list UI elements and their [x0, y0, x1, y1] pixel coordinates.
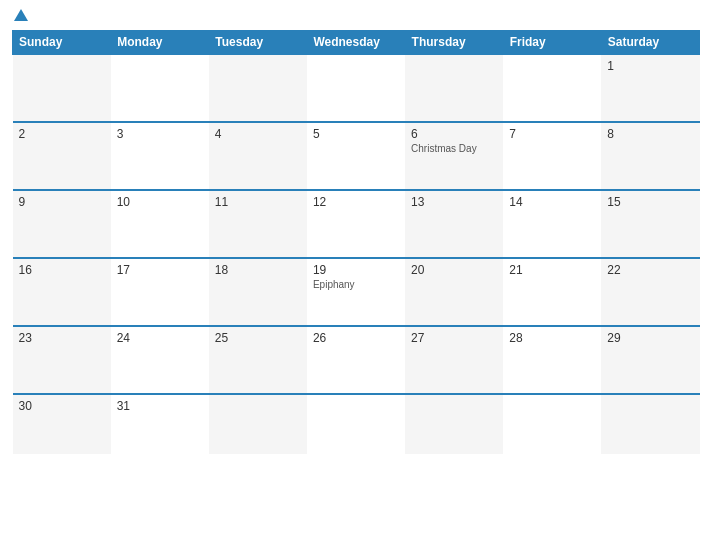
day-number: 7: [509, 127, 595, 141]
day-cell: 20: [405, 258, 503, 326]
day-cell: 13: [405, 190, 503, 258]
day-cell: 17: [111, 258, 209, 326]
day-number: 3: [117, 127, 203, 141]
day-cell: 21: [503, 258, 601, 326]
weekday-header-row: SundayMondayTuesdayWednesdayThursdayFrid…: [13, 31, 700, 55]
day-cell: 4: [209, 122, 307, 190]
day-number: 8: [607, 127, 693, 141]
day-cell: 11: [209, 190, 307, 258]
day-cell: 5: [307, 122, 405, 190]
day-cell: 31: [111, 394, 209, 454]
day-number: 26: [313, 331, 399, 345]
weekday-header-thursday: Thursday: [405, 31, 503, 55]
day-number: 16: [19, 263, 105, 277]
day-cell: 9: [13, 190, 111, 258]
day-number: 11: [215, 195, 301, 209]
day-cell: 28: [503, 326, 601, 394]
day-number: 17: [117, 263, 203, 277]
week-row-1: 1: [13, 54, 700, 122]
day-cell: 18: [209, 258, 307, 326]
week-row-2: 23456Christmas Day78: [13, 122, 700, 190]
day-number: 18: [215, 263, 301, 277]
week-row-5: 23242526272829: [13, 326, 700, 394]
day-cell: [307, 54, 405, 122]
week-row-6: 3031: [13, 394, 700, 454]
weekday-header-wednesday: Wednesday: [307, 31, 405, 55]
weekday-header-friday: Friday: [503, 31, 601, 55]
day-cell: [209, 394, 307, 454]
day-cell: 19Epiphany: [307, 258, 405, 326]
day-number: 31: [117, 399, 203, 413]
weekday-header-monday: Monday: [111, 31, 209, 55]
day-number: 14: [509, 195, 595, 209]
day-cell: [209, 54, 307, 122]
calendar-container: SundayMondayTuesdayWednesdayThursdayFrid…: [0, 0, 712, 550]
day-number: 24: [117, 331, 203, 345]
logo-triangle-icon: [14, 9, 28, 21]
day-cell: 25: [209, 326, 307, 394]
day-number: 5: [313, 127, 399, 141]
day-number: 22: [607, 263, 693, 277]
day-number: 1: [607, 59, 693, 73]
weekday-header-tuesday: Tuesday: [209, 31, 307, 55]
day-number: 15: [607, 195, 693, 209]
day-number: 19: [313, 263, 399, 277]
day-cell: [307, 394, 405, 454]
week-row-3: 9101112131415: [13, 190, 700, 258]
day-cell: [601, 394, 699, 454]
day-number: 9: [19, 195, 105, 209]
day-number: 23: [19, 331, 105, 345]
week-row-4: 16171819Epiphany202122: [13, 258, 700, 326]
day-number: 25: [215, 331, 301, 345]
day-cell: 6Christmas Day: [405, 122, 503, 190]
calendar-header: [12, 10, 700, 22]
day-cell: [111, 54, 209, 122]
day-cell: 1: [601, 54, 699, 122]
weekday-header-sunday: Sunday: [13, 31, 111, 55]
day-number: 12: [313, 195, 399, 209]
day-cell: 24: [111, 326, 209, 394]
day-cell: 30: [13, 394, 111, 454]
day-number: 28: [509, 331, 595, 345]
calendar-grid: SundayMondayTuesdayWednesdayThursdayFrid…: [12, 30, 700, 454]
day-number: 21: [509, 263, 595, 277]
day-cell: [13, 54, 111, 122]
day-number: 30: [19, 399, 105, 413]
day-event: Epiphany: [313, 279, 399, 290]
day-cell: 27: [405, 326, 503, 394]
day-cell: 14: [503, 190, 601, 258]
day-cell: 8: [601, 122, 699, 190]
day-cell: 3: [111, 122, 209, 190]
day-cell: [405, 54, 503, 122]
day-cell: 2: [13, 122, 111, 190]
day-number: 27: [411, 331, 497, 345]
day-number: 4: [215, 127, 301, 141]
day-number: 20: [411, 263, 497, 277]
day-number: 2: [19, 127, 105, 141]
day-cell: 10: [111, 190, 209, 258]
day-event: Christmas Day: [411, 143, 497, 154]
day-cell: 15: [601, 190, 699, 258]
day-cell: [405, 394, 503, 454]
day-cell: 26: [307, 326, 405, 394]
logo: [12, 10, 28, 22]
day-number: 10: [117, 195, 203, 209]
day-number: 13: [411, 195, 497, 209]
day-cell: 7: [503, 122, 601, 190]
day-cell: 29: [601, 326, 699, 394]
day-cell: [503, 394, 601, 454]
day-cell: 22: [601, 258, 699, 326]
day-cell: 12: [307, 190, 405, 258]
day-number: 6: [411, 127, 497, 141]
day-cell: 16: [13, 258, 111, 326]
day-cell: 23: [13, 326, 111, 394]
day-number: 29: [607, 331, 693, 345]
weekday-header-saturday: Saturday: [601, 31, 699, 55]
day-cell: [503, 54, 601, 122]
